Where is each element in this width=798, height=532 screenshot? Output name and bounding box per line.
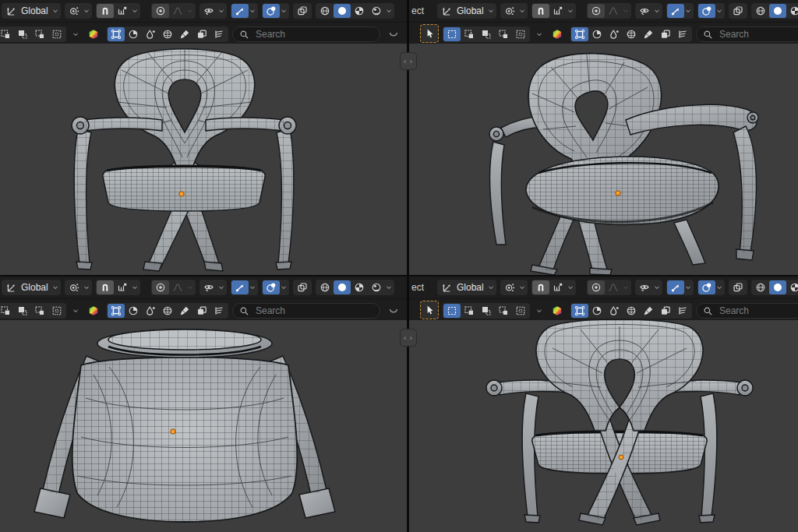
xray-toggle[interactable] xyxy=(729,3,747,19)
mesh-toggle-group-pie-sphere[interactable] xyxy=(125,304,142,318)
mesh-toggle-group-droplet[interactable] xyxy=(606,304,623,318)
select-mode-group-select-extend[interactable] xyxy=(478,304,495,318)
arc-button-arc-curve[interactable] xyxy=(385,27,402,41)
visibility-dropdown-chevron-down[interactable] xyxy=(653,4,662,18)
proportional-editing-group[interactable] xyxy=(587,280,631,295)
viewport-shading-group-shading-material[interactable] xyxy=(351,4,368,18)
select-mode-group-select-subtract[interactable] xyxy=(495,304,512,318)
xray-toggle-xray[interactable] xyxy=(294,280,311,294)
tool-settings-dropdown[interactable] xyxy=(70,303,80,319)
overlays-dropdown-chevron-down[interactable] xyxy=(280,4,288,18)
snap-target-dropdown-snap-target[interactable] xyxy=(501,280,518,294)
proportional-editing-group-chevron-down[interactable] xyxy=(622,4,630,18)
overlays-dropdown-overlays-sphere[interactable] xyxy=(698,280,715,294)
snapping-group-magnet[interactable] xyxy=(532,4,549,18)
viewport-shading-group-shading-solid[interactable] xyxy=(769,4,786,18)
overlays-dropdown[interactable] xyxy=(697,3,725,19)
select-mode-group[interactable] xyxy=(0,26,66,42)
gizmos-dropdown[interactable] xyxy=(666,280,694,295)
viewport-shading-group-shading-wireframe[interactable] xyxy=(752,4,769,18)
viewport-shading-group-shading-rendered[interactable] xyxy=(368,280,385,294)
snap-target-dropdown-chevron-down[interactable] xyxy=(518,4,527,18)
tool-settings-dropdown-chevron-down[interactable] xyxy=(71,27,79,41)
transform-orientation-dropdown-chevron-down[interactable] xyxy=(487,4,496,18)
snapping-group-snap-increment[interactable] xyxy=(114,4,131,18)
snapping-group[interactable] xyxy=(531,3,576,19)
material-ball-button-hexagon-rainbow[interactable] xyxy=(549,304,566,318)
overlays-dropdown-chevron-down[interactable] xyxy=(715,4,724,18)
select-mode-group-select-extend[interactable] xyxy=(14,304,31,318)
transform-orientation-dropdown[interactable]: Global xyxy=(2,3,61,19)
viewport-canvas-front[interactable] xyxy=(0,44,407,275)
proportional-editing-group[interactable] xyxy=(151,3,196,19)
viewport-shading-group[interactable] xyxy=(751,3,798,19)
tool-settings-dropdown-chevron-down[interactable] xyxy=(535,304,543,318)
xray-toggle-xray[interactable] xyxy=(729,280,747,294)
mesh-toggle-group-globe[interactable] xyxy=(623,27,640,41)
select-mode-group-select-set[interactable] xyxy=(0,304,14,318)
material-ball-button-hexagon-rainbow[interactable] xyxy=(549,27,566,41)
select-mode-group-select-invert[interactable] xyxy=(512,27,529,41)
tool-settings-dropdown[interactable] xyxy=(534,26,544,42)
viewport-search-box[interactable] xyxy=(232,26,380,42)
mesh-toggle-group-brush[interactable] xyxy=(640,27,657,41)
mesh-toggle-group-globe[interactable] xyxy=(159,304,176,318)
snap-target-dropdown[interactable] xyxy=(500,3,528,19)
viewport-canvas-top[interactable] xyxy=(0,320,407,532)
visibility-dropdown-visibility-eye[interactable] xyxy=(200,280,217,294)
snap-target-dropdown-chevron-down[interactable] xyxy=(83,280,91,294)
proportional-editing-group-proportional-circle[interactable] xyxy=(588,280,605,294)
material-ball-button-hexagon-rainbow[interactable] xyxy=(85,304,102,318)
proportional-editing-group-falloff-curve[interactable] xyxy=(169,4,186,18)
region-split-widget-bottom[interactable]: ‹ › xyxy=(400,329,417,347)
arc-button[interactable] xyxy=(384,303,403,319)
viewport-shading-group-shading-wireframe[interactable] xyxy=(316,280,334,294)
select-mode-group-select-set[interactable] xyxy=(461,304,478,318)
mesh-toggle-group-brush[interactable] xyxy=(640,304,657,318)
snapping-group[interactable] xyxy=(96,3,140,19)
snapping-group-chevron-down[interactable] xyxy=(567,4,575,18)
proportional-editing-group[interactable] xyxy=(151,280,196,295)
select-mode-group-select-invert[interactable] xyxy=(48,27,65,41)
snapping-group-chevron-down[interactable] xyxy=(131,4,139,18)
vertical-area-divider[interactable] xyxy=(407,0,409,532)
visibility-dropdown-chevron-down[interactable] xyxy=(653,280,662,294)
mesh-toggle-group-droplet[interactable] xyxy=(606,27,623,41)
proportional-editing-group-falloff-curve[interactable] xyxy=(605,4,622,18)
viewport-shading-group-shading-wireframe[interactable] xyxy=(752,280,769,294)
gizmos-dropdown[interactable] xyxy=(666,3,694,19)
select-mode-group-select-box[interactable] xyxy=(443,27,461,41)
gizmos-dropdown-gizmo-arrow[interactable] xyxy=(231,4,249,18)
snapping-group-snap-increment[interactable] xyxy=(549,280,567,294)
mesh-toggle-group-brush[interactable] xyxy=(176,304,193,318)
overlays-dropdown-overlays-sphere[interactable] xyxy=(263,280,280,294)
tool-settings-dropdown-chevron-down[interactable] xyxy=(535,27,543,41)
viewport-shading-group-chevron-down[interactable] xyxy=(385,280,394,294)
transform-orientation-dropdown-chevron-down[interactable] xyxy=(487,280,496,294)
viewport-shading-group-shading-solid[interactable] xyxy=(334,280,351,294)
overlays-dropdown-chevron-down[interactable] xyxy=(280,280,288,294)
select-mode-group-select-invert[interactable] xyxy=(48,304,65,318)
mesh-toggle-group-pages[interactable] xyxy=(657,27,674,41)
proportional-editing-group[interactable] xyxy=(587,3,631,19)
gizmos-dropdown-gizmo-arrow[interactable] xyxy=(667,4,684,18)
visibility-dropdown-visibility-eye[interactable] xyxy=(636,280,653,294)
visibility-dropdown[interactable] xyxy=(635,3,662,19)
snap-target-dropdown-snap-target[interactable] xyxy=(65,280,83,294)
viewport-shading-group-shading-solid[interactable] xyxy=(769,280,786,294)
material-ball-button-hexagon-rainbow[interactable] xyxy=(85,27,102,41)
transform-orientation-dropdown[interactable]: Global xyxy=(2,280,61,295)
mesh-toggle-group-globe[interactable] xyxy=(159,27,176,41)
xray-toggle[interactable] xyxy=(293,3,312,19)
tool-settings-dropdown-chevron-down[interactable] xyxy=(71,304,79,318)
select-mode-group[interactable] xyxy=(443,303,530,319)
snap-target-dropdown[interactable] xyxy=(500,280,528,295)
proportional-editing-group-proportional-circle[interactable] xyxy=(152,280,169,294)
viewport-shading-group-shading-wireframe[interactable] xyxy=(316,4,334,18)
viewport-shading-group[interactable] xyxy=(751,280,798,295)
select-mode-group-select-subtract[interactable] xyxy=(31,304,48,318)
visibility-dropdown-visibility-eye[interactable] xyxy=(636,4,653,18)
mesh-toggle-group-droplet[interactable] xyxy=(142,304,159,318)
viewport-search-box[interactable] xyxy=(696,303,798,319)
mesh-toggle-group[interactable] xyxy=(107,303,228,319)
